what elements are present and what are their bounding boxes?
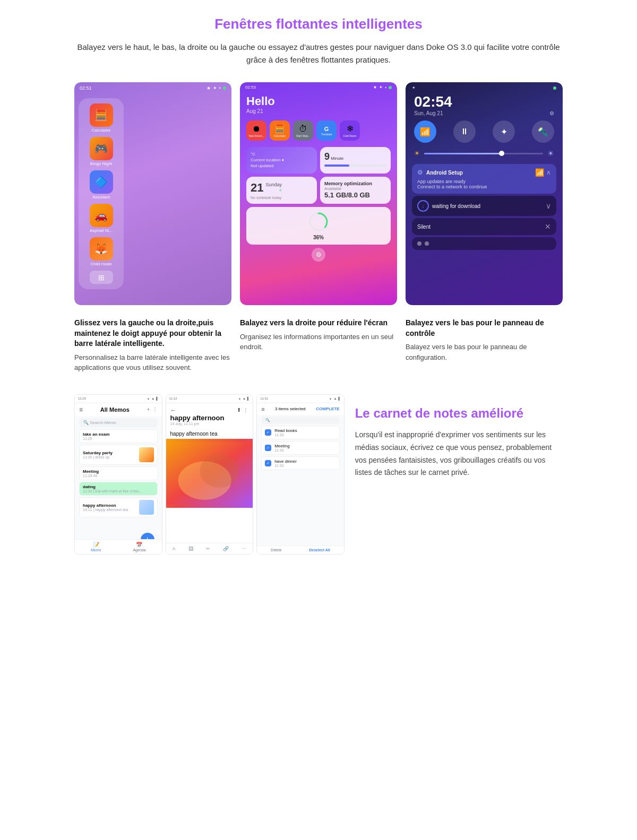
phone2-time: 02:53	[245, 85, 256, 90]
phone2-settings-button[interactable]: ⚙	[312, 248, 325, 262]
np1-memo-1[interactable]: Saturday party 11:20 | dress up	[79, 445, 158, 465]
np3-task0-text: Read books	[274, 428, 336, 433]
np3-complete-button[interactable]: COMPLETE	[316, 406, 339, 411]
assistant-icon: 🔷	[90, 170, 113, 194]
np3-delete-button[interactable]: Delete	[271, 548, 281, 552]
sidebar-panel: 🧮 Calculator 🎮 Bingo Night 🔷 Assistant 🚗…	[79, 98, 124, 289]
np3-checkbox-0[interactable]: ✓	[265, 429, 271, 436]
brightness-thumb	[499, 151, 504, 156]
np2-back-icon[interactable]: ←	[170, 406, 177, 414]
wifi-button[interactable]: 📶	[414, 120, 436, 143]
np1-memo-tab[interactable]: 📝 Memo	[91, 542, 101, 552]
sidebar-app-asphalt[interactable]: 🚗 Asphalt Ni...	[90, 204, 113, 233]
np2-toolbar-draw-icon[interactable]: ✏	[206, 546, 210, 551]
battery-ring	[308, 211, 329, 232]
download-card: ↓ waiting for download ∨	[412, 196, 556, 216]
dots-card	[412, 237, 556, 250]
sidebar-app-assistant[interactable]: 🔷 Assistant	[90, 170, 113, 200]
np3-task1-text: Meeting	[274, 444, 336, 448]
np1-status-icons: ✦ ▲ ▌	[147, 397, 158, 401]
np2-toolbar-link-icon[interactable]: 🔗	[223, 546, 229, 551]
torch-button[interactable]: 🔦	[532, 120, 554, 143]
note-phone1-bg: 11:25 ✦ ▲ ▌ ≡ All Memos + ⋮	[75, 395, 162, 554]
np1-memo-3[interactable]: dating 11:33 | Eat with mark at five o'c…	[79, 482, 158, 496]
np3-task-0[interactable]: ✓ Read books 11:30	[261, 426, 340, 439]
note-phone3-header: ≡ 3 items selected COMPLETE	[257, 403, 344, 415]
notif-body: App updates are readyConnect to a networ…	[417, 179, 551, 189]
minute-progress-fill	[324, 164, 349, 167]
phone3-background: ✦ 02:54 Sun, Aug 21 ⚙ 📶 ⏸ ✦ 🔦 ☀	[406, 82, 563, 305]
pause-button[interactable]: ⏸	[453, 120, 476, 143]
download-chevron-icon[interactable]: ∨	[546, 202, 551, 210]
grid-button[interactable]: ⊞	[90, 271, 113, 284]
app-translate[interactable]: G Translate	[316, 120, 337, 141]
phone1-background: 02:51 ★ ✦ • 🧮 Calculator 🎮 B	[74, 82, 231, 305]
np1-memo4-thumb	[139, 500, 154, 515]
note-phone3-search[interactable]: 🔍	[261, 417, 340, 424]
note-phone3-status: 11:31 ✦ ▲ ▌	[257, 395, 344, 403]
np1-bt-icon: ✦	[147, 397, 150, 401]
note-phone1-search[interactable]: 🔍 Search Memo	[79, 418, 158, 427]
phone3-gear-icon[interactable]: ⚙	[549, 110, 554, 116]
notes-phones: 11:25 ✦ ▲ ▌ ≡ All Memos + ⋮	[74, 394, 345, 555]
app-new-recorder[interactable]: ⏺ New Recor...	[246, 120, 266, 141]
dot2	[425, 241, 429, 246]
np3-deselect-button[interactable]: Deselect All	[309, 548, 330, 552]
memory-value: 5.1 GB/8.0 GB	[324, 191, 386, 199]
sidebar-app-childmode[interactable]: 🦊 Child mode	[90, 237, 113, 266]
app-coldroom[interactable]: ❄ Cold Room	[340, 120, 360, 141]
np1-memo-0[interactable]: take an exam 11:25	[79, 429, 158, 443]
np1-search-placeholder: Search Memo	[90, 420, 116, 425]
svg-point-4	[200, 454, 238, 488]
np1-menu-icon[interactable]: ≡	[79, 406, 83, 413]
desc-col-3: Balayez vers le bas pour le panneau de c…	[406, 318, 563, 373]
page-description: Balayez vers le haut, le bas, la droite …	[74, 41, 563, 66]
np1-memo-4[interactable]: happy afternoon 19:11 | happy afternoon …	[79, 497, 158, 517]
note-phone2-header: ← ⬆ ⋮ happy afternoon 19 July, 11:11 pm	[166, 403, 253, 429]
np2-time: 11:12	[169, 397, 177, 401]
np1-more-icon[interactable]: ⋮	[152, 406, 158, 412]
brightness-bar[interactable]	[424, 153, 543, 154]
app-stopwatch[interactable]: ⏱ Start Stop...	[293, 120, 313, 141]
np3-task-2[interactable]: ✓ have dinner 11:30	[261, 456, 340, 470]
np1-memo4-title: happy afternoon	[83, 503, 128, 508]
np3-items-count: 3 items selected	[275, 406, 306, 411]
notif-expand-icon[interactable]: ∧	[546, 169, 551, 176]
phone1-time: 02:51	[80, 85, 92, 91]
np2-toolbar-more-icon[interactable]: ⋯	[242, 546, 246, 551]
np3-menu-icon[interactable]: ≡	[261, 406, 264, 412]
sidebar-app-bingo[interactable]: 🎮 Bingo Night	[90, 137, 113, 166]
desc1-title: Glissez vers la gauche ou la droite,puis…	[74, 318, 231, 349]
np1-agenda-tab[interactable]: 📅 Agenda	[133, 542, 145, 552]
note-phone3: 11:31 ✦ ▲ ▌ ≡ 3 items selected COMPLETE …	[256, 394, 345, 555]
np1-memo1-title: Saturday party	[83, 451, 113, 455]
phone1-frame: 02:51 ★ ✦ • 🧮 Calculator 🎮 B	[74, 82, 231, 305]
np3-checkbox-1[interactable]: ✓	[265, 445, 271, 451]
calendar-plus-icon[interactable]: +	[279, 187, 282, 193]
battery-widget: 36%	[246, 207, 391, 245]
translate-label: Translate	[321, 133, 332, 136]
bluetooth-button[interactable]: ✦	[493, 120, 515, 143]
np1-time: 11:25	[78, 397, 86, 401]
np2-share-icon[interactable]: ⬆	[237, 407, 241, 413]
notif-header: ⚙ Android Setup 📶 ∧	[417, 168, 551, 177]
np3-checkbox-2[interactable]: ✓	[265, 460, 271, 466]
np3-task-1[interactable]: ✓ Meeting 11:30	[261, 441, 340, 455]
np2-toolbar-text-icon[interactable]: A	[173, 546, 176, 551]
phone2-battery	[389, 86, 392, 89]
silent-close-icon[interactable]: ✕	[545, 222, 551, 231]
np2-toolbar-image-icon[interactable]: 🖼	[188, 546, 193, 551]
calendar-number: 21	[251, 181, 263, 195]
np2-image	[166, 439, 253, 508]
app-calculator2[interactable]: 🧮 Calculator	[270, 120, 290, 141]
np1-memo0-title: take an exam	[83, 432, 109, 437]
np1-add-icon[interactable]: +	[147, 406, 150, 412]
description-row: Glissez vers la gauche ou la droite,puis…	[74, 318, 563, 373]
np1-memo-2[interactable]: Meeting 11:29:44	[79, 466, 158, 480]
np2-more-icon[interactable]: ⋮	[243, 407, 248, 413]
battery-percentage: 36%	[313, 235, 324, 240]
phone2-star-icon: ✦	[379, 85, 383, 90]
note-phone2-status: 11:12 ✦ ▲ ▌	[166, 395, 253, 403]
sidebar-app-calculator[interactable]: 🧮 Calculator	[90, 103, 113, 133]
desc2-body: Organisez les informations importantes e…	[240, 332, 397, 352]
